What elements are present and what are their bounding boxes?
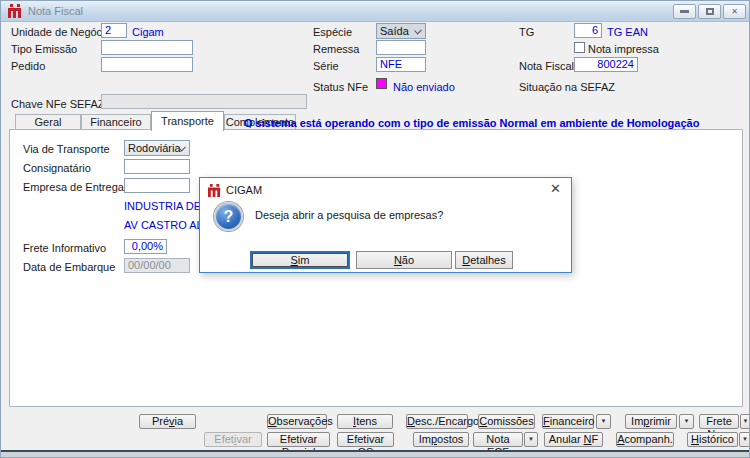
- efetivar-button: Efetivar: [204, 432, 262, 447]
- minimize-button[interactable]: [673, 4, 696, 19]
- data-embarque-input: 00/00/00: [124, 258, 190, 273]
- especie-value: Saída: [380, 25, 409, 37]
- maximize-button[interactable]: [698, 4, 721, 19]
- tg-label: TG: [519, 26, 534, 38]
- frete-informativo-input[interactable]: 0,00%: [124, 239, 167, 254]
- historico-dropdown-arrow[interactable]: ▼: [739, 432, 750, 447]
- acompanh-button[interactable]: Acompanh.: [616, 432, 674, 447]
- consignatario-input[interactable]: [124, 159, 190, 174]
- cigam-logo-icon: [208, 184, 222, 198]
- tab-financeiro[interactable]: Financeiro: [81, 114, 151, 130]
- serie-input[interactable]: NFE: [376, 57, 426, 72]
- title-bar: Nota Fiscal ✕: [1, 1, 749, 22]
- consignatario-label: Consignatário: [23, 162, 91, 174]
- chave-nfe-input: [101, 94, 307, 109]
- nao-button[interactable]: Não: [356, 251, 452, 269]
- especie-label: Espécie: [313, 26, 352, 38]
- nota-ecf-button[interactable]: Nota ECF: [473, 432, 523, 447]
- via-transporte-value: Rodoviária: [128, 142, 181, 154]
- anular-nf-button[interactable]: Anular NF: [544, 432, 603, 447]
- remessa-input[interactable]: [376, 40, 426, 55]
- question-icon: ?: [214, 202, 243, 231]
- status-nfe-value: Não enviado: [393, 81, 455, 93]
- nota-fiscal-label: Nota Fiscal: [519, 60, 574, 72]
- data-embarque-label: Data de Embarque: [23, 261, 115, 273]
- nota-impressa-label: Nota impressa: [588, 43, 659, 55]
- situacao-sefaz-label: Situação na SEFAZ: [519, 81, 615, 93]
- tg-desc: TG EAN: [607, 26, 648, 38]
- pedido-label: Pedido: [11, 60, 45, 72]
- efetivar-os-button[interactable]: Efetivar OS: [337, 432, 394, 447]
- close-button[interactable]: ✕: [723, 4, 746, 19]
- financeiro-dropdown-arrow[interactable]: ▼: [596, 414, 611, 429]
- especie-select[interactable]: Saída: [376, 23, 426, 39]
- empresa-entrega-input[interactable]: [124, 178, 190, 193]
- serie-label: Série: [313, 60, 339, 72]
- unidade-input[interactable]: 2: [101, 23, 127, 38]
- tab-transporte[interactable]: Transporte: [151, 111, 224, 131]
- chevron-down-icon: [414, 27, 422, 35]
- efetivar-parcial-button[interactable]: Efetivar Parcial: [267, 432, 330, 447]
- tab-geral[interactable]: Geral: [15, 114, 81, 130]
- tipo-emissao-input[interactable]: [101, 40, 193, 55]
- status-nfe-color-swatch: [376, 78, 387, 89]
- sim-button[interactable]: Sim: [250, 251, 350, 269]
- impostos-button[interactable]: Impostos: [413, 432, 469, 447]
- comissoes-button[interactable]: Comissões: [478, 414, 535, 429]
- cigam-logo-icon: [8, 4, 22, 18]
- minimize-icon: [680, 10, 689, 13]
- tg-input[interactable]: 6: [574, 23, 602, 38]
- dialog-title: CIGAM: [226, 184, 262, 196]
- via-transporte-label: Via de Transporte: [23, 143, 110, 155]
- nota-impressa-checkbox[interactable]: [574, 42, 585, 53]
- nota-fiscal-window: Nota Fiscal ✕ Unidade de Negócio 2 Cigam…: [0, 0, 750, 458]
- remessa-label: Remessa: [313, 43, 359, 55]
- itens-button[interactable]: Itens: [337, 414, 393, 429]
- unidade-label: Unidade de Negócio: [11, 26, 111, 38]
- maximize-icon: [706, 8, 714, 15]
- detalhes-button[interactable]: Detalhes: [455, 251, 513, 269]
- environment-message: O sistema está operando com o tipo de em…: [244, 117, 699, 129]
- window-bottom-frame: [1, 452, 749, 458]
- via-transporte-select[interactable]: Rodoviária: [124, 140, 190, 156]
- nota-fiscal-input[interactable]: 800224: [574, 57, 638, 72]
- financeiro-button[interactable]: Financeiro: [542, 414, 594, 429]
- confirm-dialog: CIGAM ✕ ? Deseja abrir a pesquisa de emp…: [199, 177, 572, 273]
- pedido-input[interactable]: [101, 57, 193, 72]
- frete-neg-dropdown-arrow[interactable]: ▼: [740, 414, 750, 429]
- previa-button[interactable]: Prévia: [139, 414, 196, 429]
- historico-button[interactable]: Histórico: [687, 432, 738, 447]
- tipo-emissao-label: Tipo Emissão: [11, 43, 77, 55]
- imprimir-dropdown-arrow[interactable]: ▼: [679, 414, 694, 429]
- dialog-message: Deseja abrir a pesquisa de empresas?: [255, 209, 443, 221]
- observacoes-button[interactable]: Observações: [267, 414, 327, 429]
- dialog-close-icon[interactable]: ✕: [550, 181, 561, 196]
- frete-neg-button[interactable]: Frete Neg.: [699, 414, 739, 429]
- status-nfe-label: Status NFe: [313, 81, 368, 93]
- empresa-entrega-label: Empresa de Entrega: [23, 181, 124, 193]
- imprimir-button[interactable]: Imprimir: [625, 414, 677, 429]
- window-title: Nota Fiscal: [28, 5, 83, 17]
- chave-nfe-label: Chave NFe SEFAZ: [11, 98, 105, 110]
- desc-encargos-button[interactable]: Desc./Encargos: [406, 414, 468, 429]
- frete-informativo-label: Frete Informativo: [23, 242, 106, 254]
- nota-ecf-dropdown-arrow[interactable]: ▼: [524, 432, 538, 447]
- unidade-desc: Cigam: [132, 26, 164, 38]
- close-icon: ✕: [731, 7, 738, 16]
